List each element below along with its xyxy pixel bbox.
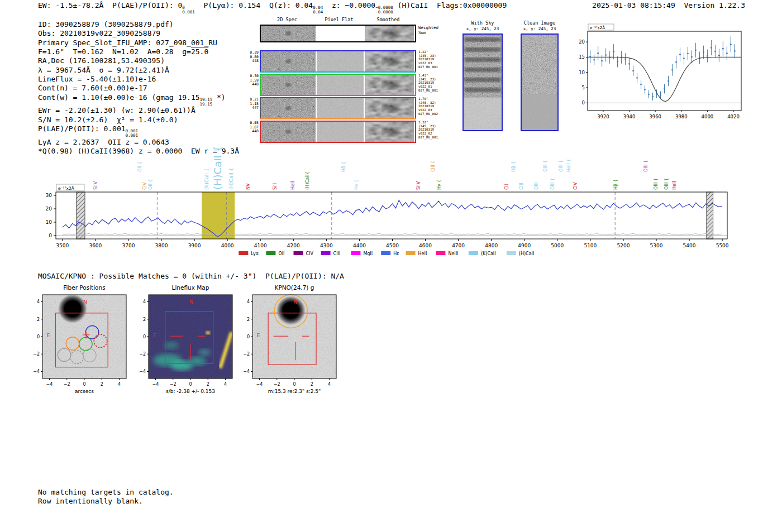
svg-text:5400: 5400	[683, 243, 696, 248]
svg-text:HeII: HeII	[418, 251, 427, 256]
svg-text:e⁻¹⁷x2Å: e⁻¹⁷x2Å	[58, 186, 75, 191]
clean-image-coords: x, y: 245, 23	[512, 26, 568, 31]
line-id-label: SiII	[273, 183, 278, 190]
svg-text:E: E	[47, 333, 50, 338]
data-point	[593, 59, 595, 61]
withsky-coords: x, y: 245, 23	[455, 26, 511, 31]
data-point	[703, 51, 704, 53]
data-point	[624, 58, 626, 60]
data-point	[597, 52, 599, 54]
svg-text:15: 15	[579, 54, 585, 60]
stacked-value: 19.1519.15	[200, 98, 213, 107]
svg-text:−4: −4	[139, 369, 146, 374]
spec2d-row-stats: 0.051.87448	[247, 121, 259, 134]
svg-text:E: E	[153, 333, 156, 338]
source-blob	[276, 296, 306, 325]
info-line: LineFlux = -5.40(±1.10)e-16	[38, 75, 239, 84]
line-id-label: OIII {	[543, 160, 548, 172]
line-id-label: CIV	[142, 182, 147, 190]
svg-text:4800: 4800	[485, 243, 498, 248]
cutout-xlabel: arcsecs	[75, 389, 94, 394]
mosaic-match-line: MOSAIC/KPNO : Possible Matches = 0 (with…	[38, 272, 344, 281]
svg-text:5100: 5100	[584, 243, 597, 248]
svg-text:−4: −4	[152, 382, 159, 387]
line-id-label: OIII {	[664, 178, 669, 190]
svg-text:2: 2	[207, 382, 209, 387]
stacked-value: 00.001	[182, 6, 195, 15]
cutout-title: KPNO(24.7) g	[275, 284, 314, 291]
line-id-label: Hγ {	[437, 180, 442, 190]
svg-text:2: 2	[247, 317, 250, 322]
svg-text:(H)CaII: (H)CaII	[519, 251, 534, 256]
svg-text:4: 4	[328, 382, 331, 387]
spec2d-row	[260, 97, 416, 119]
svg-text:0: 0	[83, 382, 85, 387]
spec2d-row-meta: 2.32"(245, 23)20210319v022_02027_RU_001	[418, 121, 459, 140]
data-point	[613, 51, 614, 52]
legend-swatch	[436, 251, 445, 255]
svg-text:−4: −4	[256, 382, 263, 387]
svg-text:4600: 4600	[419, 243, 432, 248]
svg-text:NeIII: NeIII	[448, 251, 458, 256]
data-point	[683, 57, 685, 59]
data-point	[734, 50, 736, 52]
spec2d-row-stats: 0.301.59448	[247, 74, 259, 87]
spec2d-row	[260, 50, 416, 73]
data-point	[730, 44, 732, 45]
elixer-report-page: EW: -1.5±-78.2Å P(LAE)/P(OII): 000.001 P…	[0, 0, 782, 532]
svg-text:5: 5	[582, 85, 585, 90]
legend-swatch	[321, 251, 331, 255]
weighted-sum-label: WeightedSum	[418, 26, 459, 35]
spec2d-row-stats: 0.390.80448	[247, 51, 259, 64]
svg-text:4500: 4500	[386, 243, 399, 248]
line-fit-plot: 39203940396039804000402005101520e⁻¹⁷x2Å	[565, 22, 752, 128]
main-spectrum-plot: 3500360037003800390040004100420043004400…	[32, 140, 756, 262]
gaussian-fit-line	[588, 57, 741, 101]
svg-text:−2: −2	[64, 382, 70, 387]
cutout-lineflux-map: NE−4−4−2−2002244Lineflux Maps/b: -2.38 +…	[133, 282, 242, 399]
svg-text:4000: 4000	[702, 114, 714, 119]
line-id-label: CIV	[573, 182, 578, 190]
svg-text:4200: 4200	[287, 243, 300, 248]
data-point	[617, 61, 618, 63]
spec2d-column-title: Smoothed	[363, 17, 413, 22]
spec2d-row-meta: 1.70"(245, 32)20210319v022_03027_RU_002	[418, 97, 459, 116]
spec2d-row-meta: 1.22"(245, 23)20210319v022_03027_RU_001	[418, 50, 459, 69]
legend-swatch	[507, 251, 516, 255]
svg-text:4: 4	[224, 382, 227, 387]
line-id-label: HeII	[290, 181, 295, 190]
line-id-label: CIII	[519, 183, 524, 190]
data-point	[691, 56, 693, 57]
data-point	[652, 95, 654, 97]
svg-text:5200: 5200	[617, 243, 630, 248]
line-id-label: OIII {	[550, 178, 555, 190]
cutout-fiber-positions: NE−4−4−2−2002244Fiber Positionsarcsecs	[27, 282, 136, 399]
svg-text:10: 10	[46, 219, 53, 225]
line-id-label: OIII {	[643, 160, 649, 172]
info-line: S/N = 10.2(±2.6) χ² = 1.4(±0.0)	[38, 116, 239, 124]
data-point	[664, 88, 665, 90]
data-point	[601, 60, 603, 62]
svg-text:4300: 4300	[320, 243, 333, 248]
cutout-xlabel: s/b: -2.38 +/- 0.153	[166, 389, 215, 394]
cutout-xlabel: m:15.3 re:2.3" s:2.5"	[268, 389, 321, 394]
svg-text:2: 2	[143, 317, 146, 322]
cutout-kpno-g: NE−4−4−2−2002244KPNO(24.7) gm:15.3 re:2.…	[237, 282, 346, 399]
svg-text:3700: 3700	[122, 243, 135, 248]
svg-text:−2: −2	[33, 352, 40, 357]
line-id-label: Hγ {	[354, 180, 359, 190]
data-point	[640, 84, 642, 85]
svg-text:3920: 3920	[597, 114, 609, 119]
clean-image-svg	[522, 35, 557, 130]
svg-text:4900: 4900	[518, 243, 531, 248]
svg-text:5000: 5000	[551, 243, 564, 248]
info-line: λ = 3967.54Å σ = 9.72(±2.41)Å	[38, 66, 239, 75]
info-line: Cont(w) = 1.10(±0.00)e-16 (gmag 19.1519.…	[38, 93, 239, 107]
svg-text:Hε: Hε	[393, 251, 399, 256]
line-id-label: Hδ {	[341, 161, 346, 172]
svg-text:−2: −2	[274, 382, 280, 387]
spec2d-row-accent	[260, 118, 416, 119]
legend-swatch	[351, 251, 360, 255]
line-id-label: OIII {	[654, 178, 659, 190]
error-floor	[63, 233, 722, 235]
